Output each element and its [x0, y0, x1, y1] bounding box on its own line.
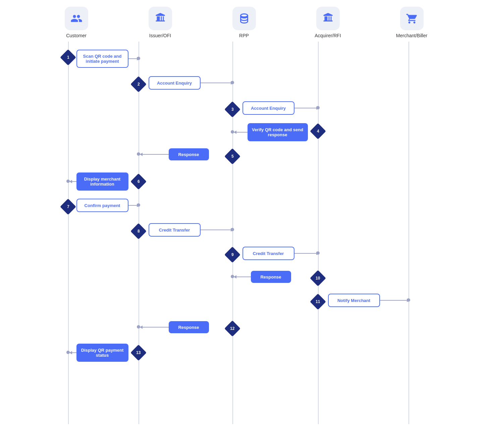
step-1-num: 1: [67, 55, 69, 60]
step-10-dot: [231, 275, 234, 278]
step-5-diamond: 5: [224, 148, 240, 164]
step-5-arrow: [140, 154, 169, 155]
actor-acquirer: Acquirer/RFI: [308, 7, 348, 38]
step-7-dot: [137, 203, 140, 207]
merchant-icon-box: [400, 7, 424, 30]
step-11-dot: [407, 298, 410, 302]
step-3-diamond: 3: [224, 101, 240, 117]
step-12-msg: Response: [169, 321, 209, 333]
step-7-diamond: 7: [60, 199, 76, 215]
step-6-dot: [66, 180, 70, 183]
lifeline-customer: [68, 42, 69, 424]
step-12-arrow: [140, 327, 169, 328]
step-2-num: 2: [137, 82, 140, 87]
step-10-diamond: 10: [310, 270, 326, 286]
customer-label: Customer: [66, 33, 87, 38]
step-12-dot: [137, 325, 140, 329]
step-9-num: 9: [231, 252, 233, 257]
rpp-icon-box: [232, 7, 256, 30]
step-3-arrow: [294, 108, 319, 108]
step-9-msg: Credit Transfer: [242, 247, 294, 260]
customer-icon-box: [65, 7, 88, 30]
step-1-dot: [137, 57, 140, 60]
step-2-msg: Account Enquiry: [149, 76, 201, 90]
step-10-arrow: [234, 277, 252, 277]
cart-icon: [406, 12, 418, 24]
step-12-diamond: 12: [224, 320, 240, 337]
sequence-area: 1 Scan QR code and initiate payment 2 Ac…: [43, 42, 445, 424]
step-10-num: 10: [316, 276, 320, 281]
step-2-arrow: [201, 83, 233, 83]
acquirer-label: Acquirer/RFI: [315, 33, 341, 38]
step-6-num: 6: [137, 179, 140, 184]
actor-customer: Customer: [56, 7, 97, 38]
diagram-container: Customer Issuer/OFI RPP: [43, 7, 445, 424]
step-9-arrow: [294, 253, 319, 254]
bank-icon-acquirer: [322, 12, 334, 24]
step-5-dot: [137, 152, 140, 156]
rpp-label: RPP: [239, 33, 249, 38]
bank-icon-issuer: [154, 12, 166, 24]
step-12-num: 12: [230, 326, 234, 331]
database-icon: [238, 12, 250, 24]
step-3-msg: Account Enquiry: [242, 101, 294, 115]
step-13-num: 13: [136, 350, 141, 355]
step-11-msg: Notify Merchant: [328, 294, 380, 307]
step-3-dot: [316, 106, 320, 109]
step-4-num: 4: [317, 129, 319, 134]
step-8-diamond: 8: [130, 223, 146, 239]
step-6-diamond: 6: [130, 173, 146, 190]
actor-merchant: Merchant/Biller: [392, 7, 432, 38]
step-4-msg: Verify QR code and send response: [248, 123, 308, 141]
merchant-label: Merchant/Biller: [396, 33, 427, 38]
step-9-diamond: 9: [224, 247, 240, 263]
step-3-num: 3: [231, 107, 233, 112]
people-icon: [70, 12, 83, 24]
step-8-dot: [231, 228, 234, 231]
issuer-icon-box: [149, 7, 172, 30]
actors-row: Customer Issuer/OFI RPP: [43, 7, 445, 38]
lifeline-merchant: [409, 42, 409, 424]
step-4-dot: [231, 130, 234, 134]
step-13-msg: Display QR payment status: [76, 344, 128, 362]
actor-issuer: Issuer/OFI: [140, 7, 180, 38]
issuer-label: Issuer/OFI: [149, 33, 171, 38]
step-8-msg: Credit Transfer: [149, 223, 201, 237]
step-8-arrow: [201, 230, 233, 230]
acquirer-icon-box: [316, 7, 340, 30]
step-10-msg: Response: [251, 271, 291, 283]
step-5-msg: Response: [169, 148, 209, 160]
step-1-diamond: 1: [60, 49, 76, 65]
lifeline-rpp: [232, 42, 233, 424]
step-2-dot: [231, 81, 234, 84]
step-13-arrow: [70, 352, 77, 353]
step-7-num: 7: [67, 204, 69, 209]
step-2-diamond: 2: [130, 76, 146, 92]
step-1-msg: Scan QR code and initiate payment: [76, 50, 128, 68]
step-6-msg: Display merchant information: [76, 172, 128, 191]
step-8-num: 8: [137, 229, 140, 234]
step-7-msg: Confirm payment: [76, 199, 128, 212]
step-4-diamond: 4: [310, 123, 326, 139]
step-11-num: 11: [316, 299, 320, 304]
step-4-arrow: [234, 132, 248, 133]
step-11-arrow: [380, 300, 409, 301]
step-11-diamond: 11: [310, 294, 326, 310]
step-13-dot: [66, 351, 70, 354]
actor-rpp: RPP: [224, 7, 264, 38]
step-13-diamond: 13: [130, 345, 146, 361]
step-5-num: 5: [231, 154, 233, 159]
lifeline-acquirer: [318, 42, 319, 424]
step-6-arrow: [70, 181, 77, 182]
step-9-dot: [316, 251, 320, 255]
